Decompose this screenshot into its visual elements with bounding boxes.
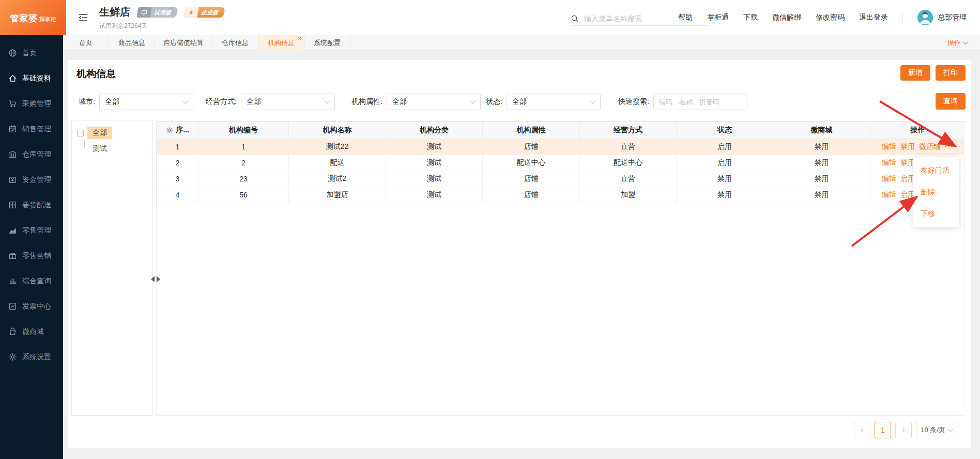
sidebar-item-bank[interactable]: 仓库管理 (0, 142, 63, 167)
page-size-select[interactable]: 10 条/页 (916, 422, 957, 438)
chevron-down-icon (324, 98, 330, 103)
tab-5[interactable]: 系统配置 (304, 35, 350, 51)
collapse-left-icon[interactable] (151, 276, 155, 282)
filter-status-select[interactable]: 全部 (507, 94, 601, 110)
filter-business-mode-select[interactable]: 全部 (241, 94, 335, 110)
cell-status: 启用 (677, 155, 773, 171)
sidebar: 首页基础资料采购管理销售管理仓库管理资金管理要货配送零售管理零售营销综合查询发票… (0, 35, 63, 459)
menu-item-friendly-store[interactable]: 友好门店 (913, 159, 959, 181)
row-op-1[interactable]: 禁用 (900, 142, 915, 150)
header-link-download[interactable]: 下载 (743, 13, 758, 22)
cell-category: 测试 (386, 187, 483, 203)
table-row-1: 11测试22测试店铺直营启用禁用编辑禁用微店铺··· (157, 139, 965, 155)
query-button[interactable]: 查询 (936, 93, 966, 110)
globe-icon (8, 49, 17, 58)
column-settings-gear-icon[interactable] (166, 127, 173, 134)
row-op-2[interactable]: 微店铺 (919, 142, 941, 150)
trial-badge: 试用版 (136, 7, 178, 18)
tab-action-menu[interactable]: 操作 (947, 35, 968, 51)
tab-label: 仓库信息 (222, 39, 249, 47)
invoice-icon (8, 302, 17, 311)
prev-page-button[interactable]: ‹ (854, 422, 870, 438)
store-name: 生鲜店 (99, 5, 130, 19)
row-context-menu: 友好门店删除下移 (913, 156, 959, 227)
gift-icon (8, 251, 17, 261)
header-link-change-password[interactable]: 修改密码 (816, 13, 845, 22)
filter-label: 经营方式: (206, 97, 237, 106)
row-op-0[interactable]: 编辑 (882, 142, 896, 150)
tab-label: 机构信息 (268, 39, 295, 47)
menu-item-delete[interactable]: 删除 (913, 181, 959, 203)
menu-item-move-down[interactable]: 下移 (913, 203, 959, 224)
row-op-0[interactable]: 编辑 (882, 158, 896, 166)
chevron-down-icon (962, 38, 968, 44)
filter-city-select[interactable]: 全部 (99, 94, 193, 110)
header-link-zhanggui-tong[interactable]: 掌柜通 (707, 13, 729, 22)
close-icon[interactable]: × (298, 35, 301, 43)
sidebar-item-invoice[interactable]: 发票中心 (0, 294, 63, 319)
sidebar-item-cashbox[interactable]: 资金管理 (0, 167, 63, 192)
cell-category: 测试 (386, 155, 483, 171)
sidebar-item-gift[interactable]: 零售营销 (0, 243, 63, 268)
enterprise-badge-label: 企业版 (201, 8, 219, 16)
row-op-0[interactable]: 编辑 (882, 190, 896, 198)
add-button[interactable]: 新增 (900, 65, 930, 81)
org-table: 序...机构编号机构名称机构分类机构属性经营方式状态微商城操作11测试22测试店… (156, 121, 964, 416)
cell-name: 加盟店 (289, 187, 386, 203)
star-icon: ★ (183, 7, 199, 18)
quick-search-input[interactable] (653, 94, 747, 110)
divider (902, 12, 903, 23)
filter-org-attribute-select[interactable]: 全部 (387, 94, 481, 110)
current-page-button[interactable]: 1 (875, 422, 891, 438)
print-button[interactable]: 打印 (936, 65, 966, 81)
tree-node-root[interactable]: 全部 (77, 127, 152, 139)
next-page-button[interactable]: › (895, 422, 912, 438)
collapse-menu-icon[interactable] (78, 12, 90, 23)
user-menu[interactable]: 总部管理 (917, 10, 967, 25)
cell-mall: 禁用 (773, 139, 870, 155)
tree-node-child[interactable]: 测试 (93, 144, 107, 154)
panel-splitter[interactable] (151, 276, 160, 282)
cell-code: 1 (198, 139, 289, 155)
cell-attribute: 店铺 (483, 171, 580, 187)
brand-logo: 管家婆 辉掌柜 (0, 0, 66, 35)
sidebar-item-bar-chart[interactable]: 综合查询 (0, 268, 63, 294)
sidebar-item-globe[interactable]: 首页 (0, 40, 63, 66)
sidebar-item-store[interactable]: 微商城 (0, 319, 63, 344)
tab-1[interactable]: 商品信息 (109, 35, 155, 51)
header-link-wechat-unbind[interactable]: 微信解绑 (772, 13, 801, 22)
header-link-logout[interactable]: 退出登录 (859, 13, 888, 22)
main-area: 首页商品信息跨店储值结算仓库信息机构信息×系统配置 操作 机构信息 新增 打印 … (63, 35, 980, 459)
cell-code: 2 (198, 155, 289, 171)
sidebar-item-cart[interactable]: 采购管理 (0, 91, 63, 116)
table-row-3: 323测试2测试店铺直营禁用禁用编辑启用微店铺··· (157, 171, 965, 187)
tree-root-label[interactable]: 全部 (87, 127, 112, 139)
row-op-0[interactable]: 编辑 (882, 174, 896, 182)
sidebar-item-label: 首页 (22, 49, 37, 58)
tab-2[interactable]: 跨店储值结算 (155, 35, 212, 51)
column-header-5: 经营方式 (580, 122, 677, 139)
bar-chart-icon (8, 277, 17, 286)
seq-header-label: 序... (176, 126, 189, 135)
expand-right-icon[interactable] (157, 276, 160, 282)
sidebar-item-grid[interactable]: 要货配送 (0, 192, 63, 218)
filter-label: 机构属性: (351, 97, 382, 106)
sidebar-item-label: 基础资料 (22, 74, 51, 83)
tab-4[interactable]: 机构信息× (258, 35, 304, 51)
tab-3[interactable]: 仓库信息 (212, 35, 258, 51)
cell-seq: 3 (157, 171, 198, 187)
search-icon (571, 14, 579, 23)
sidebar-item-area-chart[interactable]: 零售管理 (0, 218, 63, 243)
collapse-node-icon[interactable] (77, 130, 84, 136)
header-links: 帮助掌柜通下载微信解绑修改密码退出登录 总部管理 (678, 0, 967, 35)
cell-seq: 1 (157, 139, 198, 155)
filter-business-mode: 经营方式:全部 (206, 93, 335, 111)
header-link-help[interactable]: 帮助 (678, 13, 693, 22)
sidebar-item-calendar[interactable]: 销售管理 (0, 116, 63, 142)
sidebar-item-home[interactable]: 基础资料 (0, 66, 63, 91)
filter-city: 城市:全部 (79, 93, 193, 111)
row-more-button[interactable]: ··· (945, 142, 954, 150)
bank-icon (8, 150, 17, 159)
tab-0[interactable]: 首页 (63, 35, 109, 51)
sidebar-item-gear[interactable]: 系统设置 (0, 344, 63, 370)
